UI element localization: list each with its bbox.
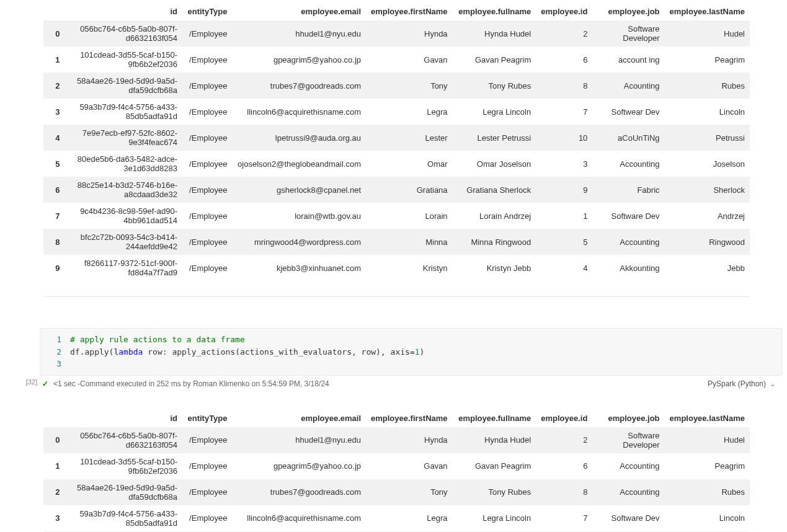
line-number: 3 [49, 358, 61, 370]
table-row[interactable]: 258a4ae26-19ed-5d9d-9a5d-dfa59dcfb68a/Em… [43, 73, 750, 99]
table-row[interactable]: 1101cdead-3d55-5caf-b150-9fb6b2ef2036/Em… [43, 453, 750, 479]
code-text: df.apply( [70, 347, 113, 357]
column-header[interactable]: employee.email [233, 3, 367, 20]
cell-lastname: Joselson [665, 151, 750, 177]
cell-job: Software Developer [592, 20, 664, 47]
cell-email: gsherlock8@cpanel.net [233, 177, 367, 203]
cell-id: 80ede5b6-da63-5482-adce-3e1d63dd8283 [66, 151, 182, 177]
row-index: 6 [43, 177, 66, 203]
cell-employeeid: 9 [536, 177, 592, 203]
cell-lastname: Hudel [665, 427, 750, 453]
cell-job: Software Dev [592, 505, 664, 531]
column-header[interactable]: employee.job [592, 3, 664, 20]
kernel-selector[interactable]: PySpark (Python) ⌄ [708, 379, 776, 388]
cell-job: Accounting [592, 229, 664, 255]
code-text: row: apply_actions(actions_with_evaluato… [143, 347, 414, 357]
cell-entitytype: /Employee [182, 177, 233, 203]
cell-job: Softwear Dev [592, 99, 664, 125]
row-index: 3 [43, 505, 66, 531]
table-row[interactable]: 580ede5b6-da63-5482-adce-3e1d63dd8283/Em… [43, 151, 750, 177]
row-index: 8 [43, 229, 66, 255]
row-index: 2 [43, 73, 66, 99]
cell-email: gpeagrim5@yahoo.co.jp [233, 453, 367, 479]
output-table-2: identityTypeemployee.emailemployee.first… [0, 407, 787, 533]
column-header[interactable]: employee.id [536, 410, 592, 427]
column-header[interactable]: entityType [182, 410, 233, 427]
table-row[interactable]: 359a3b7d9-f4c4-5756-a433-85db5adfa91d/Em… [43, 505, 750, 531]
cell-firstname: Legra [366, 505, 453, 531]
code-cell: [32] 1# apply rule actions to a data fra… [0, 297, 787, 388]
code-keyword: lambda [113, 347, 143, 357]
cell-id: 58a4ae26-19ed-5d9d-9a5d-dfa59dcfb68a [66, 73, 182, 99]
cell-job: Akkounting [592, 255, 664, 281]
cell-fullname: Hynda Hudel [453, 20, 536, 47]
cell-firstname: Gratiana [366, 177, 453, 203]
cell-firstname: Omar [366, 151, 453, 177]
status-detail: -Command executed in 252 ms by Roman Kli… [76, 379, 329, 388]
table-row[interactable]: 79c4b4236-8c98-59ef-ad90-4bb961dad514/Em… [43, 203, 750, 229]
dataframe-1[interactable]: identityTypeemployee.emailemployee.first… [43, 3, 750, 281]
cell-firstname: Minna [366, 229, 453, 255]
cell-entitytype: /Employee [182, 255, 233, 281]
row-index: 1 [43, 453, 66, 479]
cell-email: lorain@wtb.gov.au [233, 203, 367, 229]
cell-fullname: Tony Rubes [453, 73, 536, 99]
column-header[interactable]: employee.firstName [366, 3, 453, 20]
column-header[interactable]: employee.lastName [665, 3, 750, 20]
cell-email: llincoln6@acquirethisname.com [233, 99, 367, 125]
column-header[interactable]: employee.firstName [366, 410, 453, 427]
cell-id: 056bc764-c6b5-5a0b-807f-d6632163f054 [66, 427, 182, 453]
cell-job: Accounting [592, 453, 664, 479]
column-header[interactable]: employee.fullname [453, 410, 536, 427]
table-row[interactable]: 9f8266117-9372-51cf-900f-fd8d4a7f7ad9/Em… [43, 255, 750, 281]
cell-lastname: Lincoln [665, 505, 750, 531]
table-row[interactable]: 47e9e7ecb-ef97-52fc-8602-9e3f4feac674/Em… [43, 125, 750, 151]
cell-employeeid: 2 [536, 427, 592, 453]
cell-id: 056bc764-c6b5-5a0b-807f-d6632163f054 [66, 20, 182, 47]
cell-fullname: Gratiana Sherlock [453, 177, 536, 203]
table-row[interactable]: 688c25e14-b3d2-5746-b16e-a8cdaad3de32/Em… [43, 177, 750, 203]
table-row[interactable]: 0056bc764-c6b5-5a0b-807f-d6632163f054/Em… [43, 427, 750, 453]
cell-lastname: Ringwood [665, 229, 750, 255]
cell-firstname: Gavan [366, 47, 453, 73]
cell-email: hhudel1@nyu.edu [233, 20, 367, 47]
cell-employeeid: 8 [536, 479, 592, 505]
column-header[interactable]: entityType [182, 3, 233, 20]
cell-fullname: Lorain Andrzej [453, 203, 536, 229]
cell-id: 88c25e14-b3d2-5746-b16e-a8cdaad3de32 [66, 177, 182, 203]
cell-fullname: Lester Petrussi [453, 125, 536, 151]
column-header[interactable]: id [66, 3, 182, 20]
cell-job: aCoUnTiNg [592, 125, 664, 151]
cell-lastname: Lincoln [665, 99, 750, 125]
cell-entitytype: /Employee [182, 151, 233, 177]
cell-id: 59a3b7d9-f4c4-5756-a433-85db5adfa91d [66, 99, 182, 125]
column-header[interactable]: employee.email [233, 410, 367, 427]
column-header[interactable]: employee.lastName [665, 410, 750, 427]
cell-fullname: Hynda Hudel [453, 427, 536, 453]
cell-job: Software Developer [592, 427, 664, 453]
table-row[interactable]: 0056bc764-c6b5-5a0b-807f-d6632163f054/Em… [43, 20, 750, 47]
table-row[interactable]: 359a3b7d9-f4c4-5756-a433-85db5adfa91d/Em… [43, 99, 750, 125]
cell-fullname: Gavan Peagrim [453, 47, 536, 73]
cell-entitytype: /Employee [182, 229, 233, 255]
cell-employeeid: 8 [536, 73, 592, 99]
column-header[interactable]: employee.id [536, 3, 592, 20]
column-header[interactable]: id [66, 410, 182, 427]
cell-employeeid: 3 [536, 151, 592, 177]
cell-email: ojoselson2@theglobeandmail.com [233, 151, 367, 177]
cell-lastname: Rubes [665, 479, 750, 505]
table-row[interactable]: 1101cdead-3d55-5caf-b150-9fb6b2ef2036/Em… [43, 47, 750, 73]
cell-entitytype: /Employee [182, 505, 233, 531]
cell-employeeid: 4 [536, 255, 592, 281]
dataframe-2[interactable]: identityTypeemployee.emailemployee.first… [43, 410, 750, 533]
column-header[interactable]: employee.fullname [453, 3, 536, 20]
cell-id: 9c4b4236-8c98-59ef-ad90-4bb961dad514 [66, 203, 182, 229]
kernel-label: PySpark (Python) [708, 379, 766, 388]
code-editor[interactable]: 1# apply rule actions to a data frame 2d… [40, 328, 782, 376]
table-row[interactable]: 8bfc2c72b-0093-54c3-b414-244aefdd9e42/Em… [43, 229, 750, 255]
column-header[interactable]: employee.job [592, 410, 664, 427]
table-row[interactable]: 258a4ae26-19ed-5d9d-9a5d-dfa59dcfb68a/Em… [43, 479, 750, 505]
row-index: 2 [43, 479, 66, 505]
cell-entitytype: /Employee [182, 99, 233, 125]
cell-employeeid: 2 [536, 20, 592, 47]
